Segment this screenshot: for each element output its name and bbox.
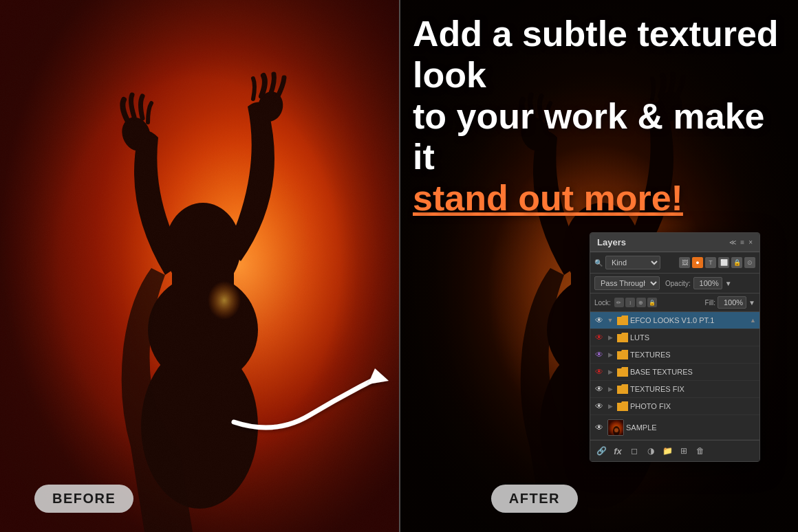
layer-expand-luts[interactable]: ▶: [605, 333, 615, 342]
layer-visibility-base[interactable]: 👁: [593, 366, 605, 378]
headline-line2: to your work & make it: [413, 96, 791, 179]
layer-textures-fix[interactable]: 👁 ▶ TEXTURES FIX: [590, 381, 759, 398]
fill-section: Fill: 100% ▼: [705, 296, 755, 309]
layers-panel: Layers ≪ ≡ × 🔍 Kind 🖼 ● T ⬜ 🔒: [590, 232, 760, 462]
fx-btn[interactable]: fx: [611, 444, 625, 458]
eye-icon-base: 👁: [595, 367, 603, 377]
filter-smart-icon[interactable]: 🔒: [731, 257, 742, 268]
layers-panel-title: Layers: [597, 237, 626, 247]
panel-collapse-btn[interactable]: ≪: [729, 239, 736, 246]
eye-icon-photofix: 👁: [595, 401, 603, 411]
folder-icon-photofix: [617, 401, 628, 411]
blend-opacity-row: Pass Through Opacity: 100% ▼: [590, 274, 759, 293]
fill-value[interactable]: 100%: [718, 296, 746, 309]
opacity-label: Opacity:: [665, 280, 691, 287]
lock-icons-group: ✏ ↕ ⊕ 🔒: [614, 298, 657, 307]
layer-visibility-efco[interactable]: 👁: [593, 314, 605, 326]
layers-filter-row: 🔍 Kind 🖼 ● T ⬜ 🔒 ⊙: [590, 252, 759, 274]
folder-icon-efco: [617, 315, 628, 325]
layer-name-sample: SAMPLE: [626, 423, 757, 432]
blend-mode-select[interactable]: Pass Through: [594, 276, 660, 290]
main-container: BEFORE: [0, 0, 798, 532]
lock-fill-row: Lock: ✏ ↕ ⊕ 🔒 Fill: 100% ▼: [590, 293, 759, 312]
filter-icons-group: 🖼 ● T ⬜ 🔒 ⊙: [679, 257, 755, 268]
layers-title-controls: ≪ ≡ ×: [729, 239, 753, 246]
adjustment-btn[interactable]: ◑: [644, 444, 658, 458]
lock-artboard-btn[interactable]: ⊕: [636, 298, 646, 307]
layer-luts[interactable]: 👁 ▶ LUTS: [590, 329, 759, 346]
panel-close-btn[interactable]: ×: [748, 239, 753, 246]
svg-marker-25: [368, 368, 389, 384]
layer-expand-efco[interactable]: ▼: [605, 315, 615, 325]
layer-base-textures[interactable]: 👁 ▶ BASE TEXTURES: [590, 364, 759, 381]
filter-pixel-icon[interactable]: 🖼: [679, 257, 690, 268]
link-layers-btn[interactable]: 🔗: [594, 444, 608, 458]
lock-pixel-btn[interactable]: ✏: [614, 298, 624, 307]
layer-textures[interactable]: 👁 ▶ TEXTURES: [590, 346, 759, 364]
before-scene-svg: [0, 0, 399, 532]
before-after-divider: [399, 0, 400, 532]
lock-label: Lock:: [594, 299, 611, 307]
layer-visibility-luts[interactable]: 👁: [593, 331, 605, 344]
filter-type-icon[interactable]: T: [705, 257, 716, 268]
layer-expand-base[interactable]: ▶: [605, 367, 615, 377]
layer-name-efco: EFCO LOOKS V1.0 PT.1: [630, 316, 750, 324]
folder-icon-luts: [617, 333, 628, 342]
headline-line3: stand out more!: [413, 178, 791, 219]
svg-point-24: [614, 428, 618, 432]
delete-layer-btn[interactable]: 🗑: [693, 444, 707, 458]
folder-icon-textures: [617, 350, 628, 359]
search-icon: 🔍: [594, 259, 603, 267]
layer-name-luts: LUTS: [630, 333, 757, 342]
headline-text: Add a subtle textured look to your work …: [413, 14, 791, 219]
svg-point-9: [179, 247, 261, 344]
folder-icon-base: [617, 367, 628, 377]
after-label: AFTER: [491, 485, 578, 513]
layer-name-base: BASE TEXTURES: [630, 368, 757, 376]
layer-visibility-photofix[interactable]: 👁: [593, 400, 605, 412]
new-layer-btn[interactable]: ⊞: [677, 444, 691, 458]
layer-photo-fix[interactable]: 👁 ▶ PHOTO FIX: [590, 398, 759, 415]
group-btn[interactable]: 📁: [660, 444, 674, 458]
lock-all-btn[interactable]: 🔒: [647, 298, 657, 307]
before-label-container: BEFORE: [34, 485, 133, 513]
eye-icon-textures: 👁: [595, 350, 603, 359]
opacity-value[interactable]: 100%: [693, 277, 722, 289]
transition-arrow: [220, 360, 399, 443]
layer-name-photofix: PHOTO FIX: [630, 402, 757, 410]
eye-icon-efco: 👁: [595, 315, 603, 325]
lock-position-btn[interactable]: ↕: [625, 298, 635, 307]
mask-btn[interactable]: ◻: [627, 444, 641, 458]
headline-line1: Add a subtle textured look: [413, 14, 791, 96]
layer-expand-textures[interactable]: ▶: [605, 350, 615, 359]
layer-visibility-texfix[interactable]: 👁: [593, 383, 605, 395]
layer-expand-photofix[interactable]: ▶: [605, 401, 615, 411]
before-panel: BEFORE: [0, 0, 399, 532]
layers-bottom-bar: 🔗 fx ◻ ◑ 📁 ⊞ 🗑: [590, 440, 759, 461]
layer-name-textures: TEXTURES: [630, 351, 757, 359]
layer-scroll-efco: ▲: [750, 317, 757, 324]
layer-visibility-textures[interactable]: 👁: [593, 348, 605, 361]
eye-icon-sample: 👁: [595, 423, 603, 432]
filter-shape-icon[interactable]: ⬜: [718, 257, 729, 268]
eye-icon-texfix: 👁: [595, 384, 603, 394]
fill-label: Fill:: [705, 299, 716, 307]
layer-expand-texfix[interactable]: ▶: [605, 384, 615, 394]
right-section: Add a subtle textured look to your work …: [399, 0, 798, 532]
folder-icon-texfix: [617, 384, 628, 394]
layers-list: 👁 ▼ EFCO LOOKS V1.0 PT.1 ▲ 👁 ▶: [590, 312, 759, 440]
filter-kind-select[interactable]: Kind: [605, 256, 660, 269]
panel-menu-btn[interactable]: ≡: [740, 239, 744, 246]
layer-sample[interactable]: 👁: [590, 415, 759, 440]
fill-chevron-icon[interactable]: ▼: [748, 299, 755, 307]
filter-adjust-icon[interactable]: ●: [692, 257, 703, 268]
opacity-chevron-icon[interactable]: ▼: [725, 280, 732, 287]
layer-visibility-sample[interactable]: 👁: [593, 421, 605, 434]
before-label: BEFORE: [34, 485, 133, 513]
layer-efco-looks[interactable]: 👁 ▼ EFCO LOOKS V1.0 PT.1 ▲: [590, 312, 759, 329]
filter-effect-icon[interactable]: ⊙: [744, 257, 755, 268]
eye-icon-luts: 👁: [595, 333, 603, 342]
after-label-container: AFTER: [491, 485, 578, 513]
layer-name-texfix: TEXTURES FIX: [630, 385, 757, 393]
layer-thumb-sample: [607, 419, 624, 436]
